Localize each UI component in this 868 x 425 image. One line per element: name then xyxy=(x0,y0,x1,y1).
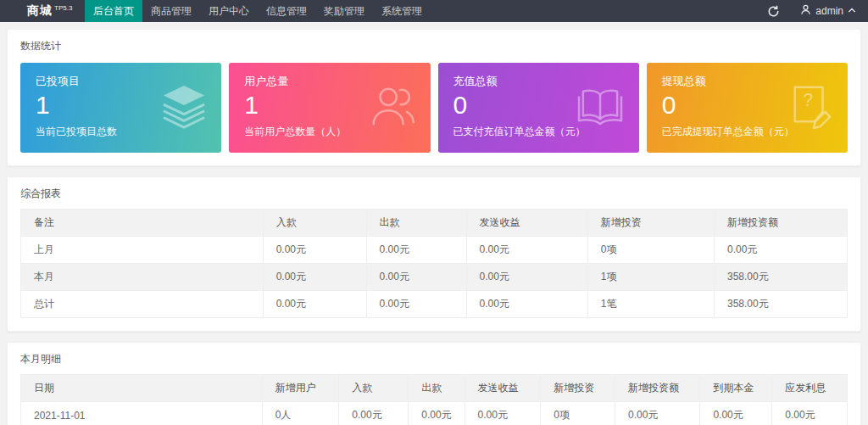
table-cell: 0项 xyxy=(587,237,714,264)
username: admin xyxy=(815,5,843,17)
stat-card-total-users: 用户总量 1 当前用户总数量（人） xyxy=(229,63,430,153)
table-row: 上月0.00元0.00元0.00元0项0.00元 xyxy=(21,237,848,264)
column-header: 到期本金 xyxy=(700,375,772,402)
users-icon xyxy=(368,84,417,131)
column-header: 入款 xyxy=(263,210,366,237)
table-cell: 0.00元 xyxy=(466,291,587,318)
nav-item-4[interactable]: 信息管理 xyxy=(258,0,315,22)
main-content: 数据统计 已投项目 1 当前已投项目总数 xyxy=(0,22,868,425)
column-header: 新增用户 xyxy=(262,375,339,402)
table-cell: 0.00元 xyxy=(339,402,409,425)
navbar-right: admin xyxy=(767,0,868,22)
nav-item-2[interactable]: 商品管理 xyxy=(142,0,200,22)
stats-panel: 数据统计 已投项目 1 当前已投项目总数 xyxy=(7,29,861,166)
nav-item-6[interactable]: 系统管理 xyxy=(373,0,431,22)
chevron-up-icon xyxy=(848,5,856,17)
report-panel: 综合报表 备注入款出款发送收益新增投资新增投资额上月0.00元0.00元0.00… xyxy=(7,176,861,332)
table-cell: 1项 xyxy=(587,264,714,291)
table-cell: 0.00元 xyxy=(615,402,699,425)
report-table: 备注入款出款发送收益新增投资新增投资额上月0.00元0.00元0.00元0项0.… xyxy=(20,209,848,318)
stat-card-invested-projects: 已投项目 1 当前已投项目总数 xyxy=(20,63,221,153)
table-cell: 0.00元 xyxy=(715,237,848,264)
table-cell: 358.00元 xyxy=(715,291,848,318)
column-header: 新增投资 xyxy=(541,375,615,402)
table-header-row: 备注入款出款发送收益新增投资新增投资额 xyxy=(21,210,848,237)
stat-card-withdraw-total: 提现总额 0 已完成提现订单总金额（元） ? xyxy=(647,63,848,153)
nav-item-5[interactable]: 奖励管理 xyxy=(315,0,373,22)
detail-table: 日期新增用户入款出款发送收益新增投资新增投资额到期本金应发利息2021-11-0… xyxy=(20,374,848,425)
table-cell: 上月 xyxy=(21,237,264,264)
nav-item-3[interactable]: 用户中心 xyxy=(200,0,258,22)
panel-title: 综合报表 xyxy=(8,177,860,209)
column-header: 备注 xyxy=(21,210,264,237)
panel-title: 数据统计 xyxy=(8,30,860,61)
detail-panel: 本月明细 日期新增用户入款出款发送收益新增投资新增投资额到期本金应发利息2021… xyxy=(7,342,861,425)
column-header: 新增投资额 xyxy=(615,375,699,402)
table-cell: 0人 xyxy=(262,402,339,425)
column-header: 出款 xyxy=(366,210,466,237)
column-header: 入款 xyxy=(339,375,409,402)
column-header: 日期 xyxy=(21,375,263,402)
column-header: 新增投资额 xyxy=(715,210,848,237)
table-header-row: 日期新增用户入款出款发送收益新增投资新增投资额到期本金应发利息 xyxy=(21,375,848,402)
table-cell: 358.00元 xyxy=(715,264,848,291)
table-cell: 0项 xyxy=(541,402,615,425)
column-header: 出款 xyxy=(409,375,465,402)
brand-logo[interactable]: 商城 TP5.3 xyxy=(0,0,85,22)
layers-icon xyxy=(160,83,208,132)
panel-title: 本月明细 xyxy=(8,343,860,374)
table-cell: 0.00元 xyxy=(263,264,366,291)
table-cell: 0.00元 xyxy=(263,291,366,318)
table-cell: 0.00元 xyxy=(409,402,465,425)
table-cell: 0.00元 xyxy=(366,237,466,264)
table-row: 总计0.00元0.00元0.00元1笔358.00元 xyxy=(21,291,848,318)
open-book-icon xyxy=(575,86,626,130)
stat-card-recharge-total: 充值总额 0 已支付充值订单总金额（元） xyxy=(438,63,639,153)
table-cell: 总计 xyxy=(21,291,264,318)
table-cell: 0.00元 xyxy=(366,291,466,318)
table-cell: 0.00元 xyxy=(263,237,366,264)
brand-version: TP5.3 xyxy=(54,4,72,12)
top-navbar: 商城 TP5.3 后台首页商品管理用户中心信息管理奖励管理系统管理 admin xyxy=(0,0,868,22)
table-row: 本月0.00元0.00元0.00元1项358.00元 xyxy=(21,264,848,291)
column-header: 应发利息 xyxy=(772,375,848,402)
main-menu: 后台首页商品管理用户中心信息管理奖励管理系统管理 xyxy=(85,0,431,22)
table-cell: 0.00元 xyxy=(466,264,587,291)
person-icon xyxy=(800,4,811,18)
refresh-icon[interactable] xyxy=(767,5,780,18)
admin-dashboard: 商城 TP5.3 后台首页商品管理用户中心信息管理奖励管理系统管理 admin xyxy=(0,0,868,425)
table-cell: 本月 xyxy=(21,264,264,291)
table-cell: 0.00元 xyxy=(366,264,466,291)
table-cell: 1笔 xyxy=(587,291,714,318)
nav-item-1[interactable]: 后台首页 xyxy=(85,0,142,22)
user-menu[interactable]: admin xyxy=(800,4,856,18)
table-row: 2021-11-010人0.00元0.00元0.00元0项0.00元0.00元0… xyxy=(21,402,848,425)
table-cell: 0.00元 xyxy=(772,402,848,425)
column-header: 发送收益 xyxy=(465,375,541,402)
svg-text:?: ? xyxy=(803,90,813,109)
table-cell: 0.00元 xyxy=(466,237,587,264)
survey-pencil-icon: ? xyxy=(788,82,834,133)
table-cell: 0.00元 xyxy=(700,402,772,425)
column-header: 新增投资 xyxy=(587,210,714,237)
brand-name: 商城 xyxy=(27,3,53,19)
table-cell: 2021-11-01 xyxy=(21,402,263,425)
column-header: 发送收益 xyxy=(466,210,587,237)
table-cell: 0.00元 xyxy=(465,402,541,425)
stat-cards-row: 已投项目 1 当前已投项目总数 用户总量 1 xyxy=(8,61,860,165)
